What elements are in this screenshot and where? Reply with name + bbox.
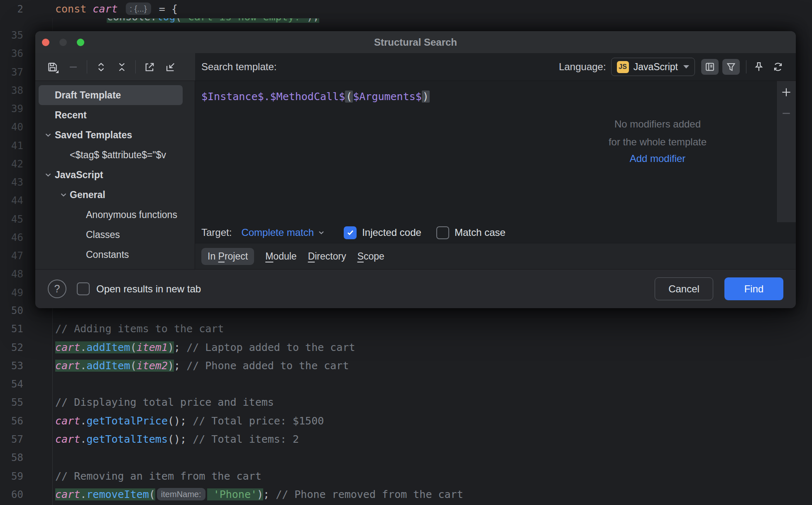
scope-tab-scope[interactable]: Scope [357, 251, 384, 262]
chevron-down-icon[interactable] [42, 170, 55, 179]
tree-item-classes[interactable]: Classes [35, 225, 195, 245]
remove-modifier-button[interactable] [780, 108, 792, 119]
editor-gutter: 353637383940414243444546474849 [0, 26, 23, 302]
import-template-button[interactable] [163, 60, 177, 74]
template-input[interactable]: $Instance$.$MethodCall$($Arguments$) [201, 91, 430, 103]
search-template-editor[interactable]: $Instance$.$MethodCall$($Arguments$) No … [195, 81, 796, 222]
remove-template-button[interactable] [66, 60, 80, 74]
chevron-down-icon[interactable] [57, 190, 70, 199]
match-case-label: Match case [455, 227, 506, 238]
line-number: 39 [0, 100, 23, 118]
tree-item-recent[interactable]: Recent [35, 105, 195, 125]
code-token: // Phone added to the cart [186, 360, 349, 372]
line-number: 57 [0, 430, 23, 449]
import-arrow-icon [165, 61, 176, 73]
code-token: ) [422, 91, 430, 103]
code-token: ( [130, 360, 137, 372]
line-number: 60 [0, 485, 23, 504]
code-token: cart [55, 415, 80, 427]
code-line[interactable]: 53cart.addItem(item2); // Phone added to… [0, 357, 812, 375]
code-token [207, 488, 213, 500]
injected-code-checkbox[interactable] [344, 226, 357, 239]
language-label: Language: [559, 61, 606, 73]
refresh-icon [772, 61, 784, 73]
tree-item-javascript[interactable]: JavaScript [35, 165, 195, 185]
filter-toggle[interactable] [722, 59, 740, 75]
line-number: 40 [0, 118, 23, 136]
template-actions-toolbar [35, 53, 195, 81]
reset-button[interactable] [771, 60, 785, 74]
tree-item-general[interactable]: General [35, 185, 195, 205]
dialog-toolbar: Search template: Language: JS JavaScript [35, 53, 796, 81]
language-select[interactable]: JS JavaScript [611, 58, 695, 76]
editor-code-block[interactable]: 5051// Adding items to the cart52cart.ad… [0, 302, 812, 504]
code-line[interactable]: 58 [0, 449, 812, 467]
scope-tab-module[interactable]: Module [265, 251, 296, 262]
cancel-button[interactable]: Cancel [655, 277, 713, 300]
add-modifier-button[interactable] [780, 86, 792, 98]
code-line[interactable]: 56cart.getTotalPrice(); // Total price: … [0, 412, 812, 430]
tree-item-tag-attribute-v[interactable]: <$tag$ $attribute$="$v [35, 145, 195, 165]
collapse-all-button[interactable] [115, 60, 129, 74]
tree-item-saved-templates[interactable]: Saved Templates [35, 125, 195, 145]
minimize-button[interactable] [59, 39, 67, 46]
tree-item-constants[interactable]: Constants [35, 245, 195, 265]
tree-item-label: JavaScript [55, 169, 103, 181]
complete-match-dropdown[interactable]: Complete match [241, 227, 314, 238]
injected-code-label: Injected code [362, 227, 421, 238]
code-line[interactable]: 54 [0, 375, 812, 393]
code-token: cart [55, 433, 80, 445]
help-button[interactable]: ? [48, 279, 66, 298]
close-button[interactable] [42, 39, 49, 46]
line-number: 43 [0, 173, 23, 191]
code-token: const [55, 3, 93, 15]
filter-icon [726, 61, 736, 72]
code-line[interactable]: 52cart.addItem(item1); // Laptop added t… [0, 338, 812, 357]
scope-tab-directory[interactable]: Directory [308, 251, 346, 262]
line-number: 55 [0, 393, 23, 412]
open-in-editor-button[interactable] [142, 60, 157, 74]
line-number: 36 [0, 44, 23, 63]
find-button[interactable]: Find [724, 277, 783, 300]
code-token: 'Phone' [213, 488, 257, 500]
reference-panel-toggle[interactable] [701, 59, 719, 75]
editor-top-line[interactable]: 2const cart : {...} = { [0, 0, 812, 18]
tree-item-label: Saved Templates [55, 130, 132, 141]
javascript-badge-icon: JS [617, 61, 629, 73]
code-token: // Laptop added to the cart [186, 341, 355, 353]
code-token: getTotalItems [86, 433, 168, 445]
code-line[interactable]: 57cart.getTotalItems(); // Total items: … [0, 430, 812, 449]
match-case-checkbox[interactable] [436, 226, 449, 239]
code-token: (); [168, 433, 193, 445]
line-number: 56 [0, 412, 23, 430]
code-line[interactable]: 55// Displaying total price and items [0, 393, 812, 412]
code-line[interactable]: 59// Removing an item from the cart [0, 467, 812, 485]
export-arrow-icon [144, 61, 155, 73]
expand-all-button[interactable] [94, 60, 108, 74]
save-template-button[interactable] [45, 60, 59, 74]
pin-dialog-button[interactable] [752, 60, 766, 74]
chevron-down-icon[interactable] [42, 130, 55, 140]
target-label: Target: [201, 227, 232, 238]
code-token: getTotalPrice [86, 415, 168, 427]
modifiers-hint: for the whole template [570, 133, 745, 151]
line-number: 41 [0, 137, 23, 155]
tree-item-label: Recent [55, 110, 87, 121]
code-line[interactable]: 60cart.removeItem(itemName: 'Phone'); //… [0, 485, 812, 504]
line-number: 59 [0, 467, 23, 485]
code-token: // Total items: 2 [193, 433, 299, 445]
scope-tab-in-project[interactable]: In Project [201, 248, 254, 265]
tree-item-anonymous-functions[interactable]: Anonymous functions [35, 205, 195, 225]
code-token: . [80, 488, 86, 500]
tree-item-label: Draft Template [55, 90, 121, 101]
toolbar-separator [135, 60, 136, 74]
code-token: = { [153, 3, 178, 15]
add-modifier-link[interactable]: Add modifier [630, 153, 686, 164]
code-line[interactable]: 51// Adding items to the cart [0, 320, 812, 338]
open-results-checkbox[interactable] [77, 282, 90, 295]
line-number: 2 [0, 0, 23, 18]
tree-item-draft-template[interactable]: Draft Template [39, 85, 183, 105]
zoom-button[interactable] [77, 39, 84, 46]
line-number: 44 [0, 191, 23, 210]
chevron-down-icon [317, 228, 325, 237]
